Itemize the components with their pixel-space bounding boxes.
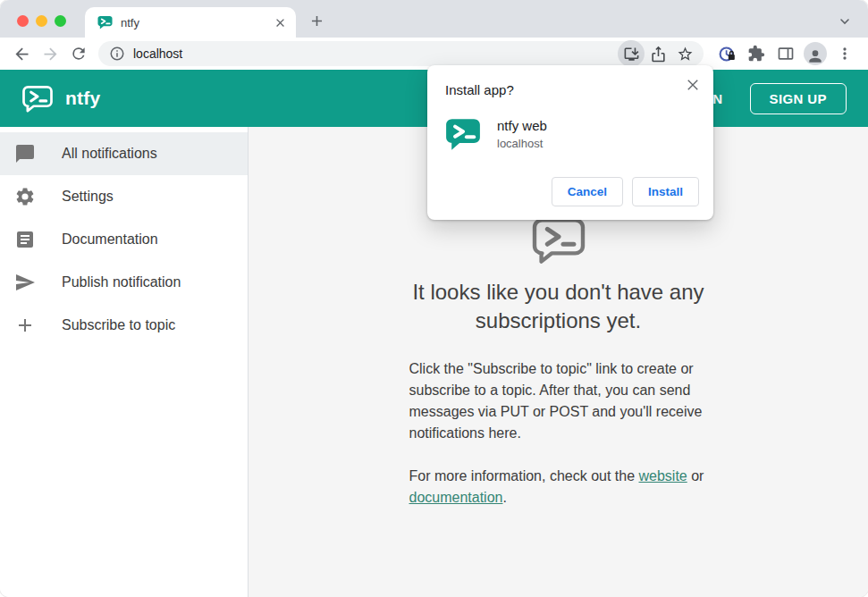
empty-state-paragraph: Click the "Subscribe to topic" link to c…: [409, 358, 708, 444]
install-dialog-actions: Cancel Install: [552, 177, 699, 206]
empty-state-text: Click the "Subscribe to topic" link to c…: [409, 344, 708, 509]
install-app-dialog: Install app? ntfy web localhost Cancel I…: [427, 65, 713, 220]
documentation-link[interactable]: documentation: [409, 490, 503, 505]
install-app-origin: localhost: [497, 137, 547, 150]
gear-icon: [14, 186, 36, 207]
plus-icon: [14, 315, 36, 336]
minimize-window-button[interactable]: [36, 15, 47, 27]
profile-avatar[interactable]: [801, 39, 830, 68]
sidebar: All notifications Settings Documentation…: [0, 127, 249, 597]
website-link[interactable]: website: [639, 468, 687, 483]
sidebar-item-label: Publish notification: [62, 274, 181, 290]
tab-close-icon[interactable]: [273, 15, 287, 29]
article-icon: [14, 229, 36, 250]
tab-search-chevron-icon[interactable]: [838, 14, 852, 27]
tab-strip: ntfy: [0, 0, 868, 38]
reload-button[interactable]: [64, 39, 93, 68]
browser-menu-icon[interactable]: [830, 39, 859, 68]
install-dialog-app-row: ntfy web localhost: [445, 116, 547, 152]
browser-tab-ntfy[interactable]: ntfy: [85, 7, 296, 38]
forward-button[interactable]: [36, 39, 64, 68]
url-text[interactable]: localhost: [133, 46, 618, 61]
sidebar-item-publish-notification[interactable]: Publish notification: [0, 261, 248, 304]
side-panel-icon[interactable]: [771, 39, 800, 68]
sidebar-item-label: Settings: [62, 189, 114, 205]
cancel-button[interactable]: Cancel: [552, 177, 623, 206]
sidebar-item-settings[interactable]: Settings: [0, 175, 248, 218]
ntfy-favicon-icon: [97, 15, 113, 29]
sidebar-item-label: All notifications: [62, 146, 157, 162]
more-info-prefix: For more information, check out the: [409, 468, 639, 483]
tab-title: ntfy: [121, 16, 273, 29]
ntfy-logo-icon: [21, 85, 54, 113]
more-info-paragraph: For more information, check out the webs…: [409, 466, 708, 509]
install-app-icon[interactable]: [618, 40, 645, 67]
zoom-window-button[interactable]: [55, 15, 66, 27]
chat-bubble-icon: [14, 143, 36, 164]
sidebar-item-documentation[interactable]: Documentation: [0, 218, 248, 261]
sidebar-item-label: Subscribe to topic: [62, 317, 175, 333]
privacy-extension-icon[interactable]: [712, 39, 741, 68]
back-button[interactable]: [7, 39, 36, 68]
empty-state-title: It looks like you don't have any subscri…: [362, 278, 755, 335]
ntfy-empty-state-logo-icon: [531, 216, 586, 265]
install-dialog-title: Install app?: [445, 82, 514, 97]
sidebar-item-all-notifications[interactable]: All notifications: [0, 132, 248, 175]
more-info-suffix: .: [502, 490, 506, 505]
more-info-middle: or: [687, 468, 704, 483]
address-bar[interactable]: localhost: [98, 41, 704, 66]
close-window-button[interactable]: [17, 15, 29, 27]
bookmark-star-icon[interactable]: [671, 40, 698, 67]
sidebar-item-label: Documentation: [62, 231, 158, 248]
browser-window: ntfy localhost: [0, 0, 868, 597]
ntfy-app-icon: [445, 116, 481, 152]
send-icon: [14, 272, 36, 293]
app-brand-title: ntfy: [65, 88, 100, 109]
window-controls: [17, 15, 66, 27]
share-icon[interactable]: [645, 40, 671, 67]
avatar-person-icon: [804, 42, 827, 65]
sidebar-item-subscribe-to-topic[interactable]: Subscribe to topic: [0, 304, 248, 347]
new-tab-button[interactable]: [308, 12, 325, 29]
toolbar-right-icons: [712, 39, 859, 68]
install-button[interactable]: Install: [632, 177, 699, 206]
sign-up-button[interactable]: SIGN UP: [750, 83, 847, 114]
site-info-icon[interactable]: [109, 46, 125, 62]
extensions-puzzle-icon[interactable]: [742, 39, 771, 68]
dialog-close-icon[interactable]: [684, 76, 702, 94]
install-app-name: ntfy web: [497, 118, 547, 133]
install-dialog-app-text: ntfy web localhost: [497, 116, 547, 152]
